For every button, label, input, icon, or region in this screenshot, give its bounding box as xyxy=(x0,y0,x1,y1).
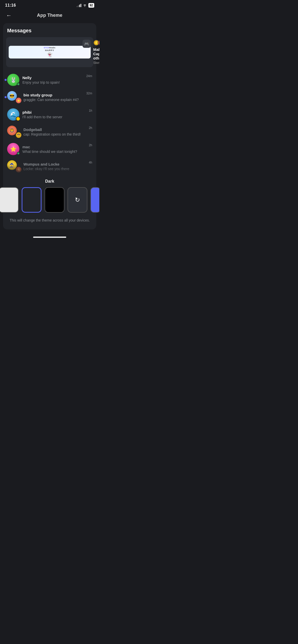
theme-option-custom[interactable] xyxy=(90,187,99,213)
unread-dot xyxy=(5,79,7,81)
message-content-bio: bio study group graggle: Can someone exp… xyxy=(23,93,83,102)
conversation-list: 🐰 Nelly Enjoy your trip to spain! 24m 😎 … xyxy=(3,71,96,175)
conversation-name-phibi: phibi xyxy=(22,110,86,114)
message-time-bio: 32m xyxy=(86,91,92,95)
status-time: 11:16 xyxy=(5,3,16,8)
unread-dot-bio xyxy=(5,96,7,98)
avatar-dodgeball-wrapper: 🦁 🤠 xyxy=(7,126,20,138)
theme-option-light[interactable] xyxy=(0,187,19,213)
conversation-wumpus[interactable]: 🧙 🍕 Wumpus and Locke Locke: okay I'll se… xyxy=(3,158,96,175)
message-content-phibi: phibi I'll add them to the server xyxy=(22,110,86,119)
conversation-nelly[interactable]: 🐰 Nelly Enjoy your trip to spain! 24m xyxy=(3,71,96,89)
wifi-icon xyxy=(83,4,87,7)
featured-card[interactable]: ETCHHeaDs HAPPY 👻 🌟 🦊 🐧 +2 Mallow, Cap, … xyxy=(6,37,93,67)
page-title: App Theme xyxy=(37,13,62,18)
featured-name: Mallow, Cap, and 3 others xyxy=(93,47,99,60)
online-status-nelly xyxy=(17,83,20,86)
message-preview-mac: What time should we start tonight? xyxy=(22,150,86,154)
messages-section: Messages ETCHHeaDs HAPPY 👻 🌟 🦊 🐧 +2 Mall… xyxy=(3,23,96,229)
avatar-phibi-wrapper: 🌊 🌙 xyxy=(7,108,19,121)
conversation-name-wumpus: Wumpus and Locke xyxy=(23,162,86,166)
avatar-bio-2: ⭐ xyxy=(15,97,22,104)
conversation-bio-study[interactable]: 😎 ⭐ bio study group graggle: Can someone… xyxy=(3,89,96,106)
status-icons: 92 xyxy=(77,3,94,8)
message-preview-phibi: I'll add them to the server xyxy=(22,115,86,119)
message-time-nelly: 24m xyxy=(86,74,92,78)
featured-thumbnail: ETCHHeaDs HAPPY 👻 xyxy=(9,46,91,59)
avatar-dodgeball-2: 🤠 xyxy=(15,132,22,138)
game-controller-icon: 🎮 xyxy=(83,40,91,48)
theme-footer-text: This will change the theme across all yo… xyxy=(3,215,96,227)
conversation-name-bio: bio study group xyxy=(23,93,83,97)
avatar-mac-wrapper: ⭐ xyxy=(7,143,19,155)
message-time-wumpus: 4h xyxy=(89,160,92,164)
featured-subtitle: SketchHeads xyxy=(93,61,99,65)
online-status-mac xyxy=(17,152,20,155)
avatar-bio-wrapper: 😎 ⭐ xyxy=(7,91,20,103)
theme-current-label: Dark xyxy=(3,175,96,187)
message-time-dodgeball: 2h xyxy=(89,126,92,130)
conversation-name-nelly: Nelly xyxy=(22,76,83,80)
conversation-phibi[interactable]: 🌊 🌙 phibi I'll add them to the server 1h xyxy=(3,106,96,123)
theme-option-dark[interactable] xyxy=(22,187,42,213)
home-indicator xyxy=(0,235,99,241)
signal-icon xyxy=(77,4,81,7)
message-content-mac: mac What time should we start tonight? xyxy=(22,145,86,154)
message-time-phibi: 1h xyxy=(89,108,92,112)
conversation-name-dodgeball: Dodgeball xyxy=(23,127,86,132)
theme-option-amoled[interactable] xyxy=(45,187,64,213)
message-time-mac: 2h xyxy=(89,143,92,147)
message-content-nelly: Nelly Enjoy your trip to spain! xyxy=(22,76,83,84)
conversation-dodgeball[interactable]: 🦁 🤠 Dodgeball cap: Registration opens on… xyxy=(3,123,96,140)
avatar-wumpus-2: 🍕 xyxy=(15,166,22,173)
message-preview-nelly: Enjoy your trip to spain! xyxy=(22,80,83,84)
message-preview-wumpus: Locke: okay I'll see you there xyxy=(23,167,86,171)
home-bar xyxy=(33,237,66,238)
moon-badge-phibi: 🌙 xyxy=(16,116,20,121)
back-button[interactable]: ← xyxy=(5,11,13,20)
message-preview-bio: graggle: Can someone explain #4? xyxy=(23,98,83,102)
message-content-dodgeball: Dodgeball cap: Registration opens on the… xyxy=(23,127,86,136)
message-preview-dodgeball: cap: Registration opens on the third! xyxy=(23,132,86,136)
theme-option-sync[interactable]: ↻ xyxy=(67,187,87,213)
status-bar: 11:16 92 xyxy=(0,0,99,10)
message-content-wumpus: Wumpus and Locke Locke: okay I'll see yo… xyxy=(23,162,86,171)
featured-info: 🌟 🦊 🐧 +2 Mallow, Cap, and 3 others Sketc… xyxy=(93,40,99,65)
avatar-nelly-wrapper: 🐰 xyxy=(7,74,19,86)
featured-avatars: 🌟 🦊 🐧 +2 xyxy=(93,40,99,46)
theme-options: ↻ xyxy=(3,187,96,215)
conversation-name-mac: mac xyxy=(22,145,86,149)
header: ← App Theme xyxy=(0,10,99,23)
conversation-mac[interactable]: ⭐ mac What time should we start tonight?… xyxy=(3,140,96,158)
avatar-wumpus-wrapper: 🧙 🍕 xyxy=(7,160,20,172)
messages-title: Messages xyxy=(3,28,96,37)
sync-icon: ↻ xyxy=(75,196,80,203)
battery-icon: 92 xyxy=(88,3,94,8)
